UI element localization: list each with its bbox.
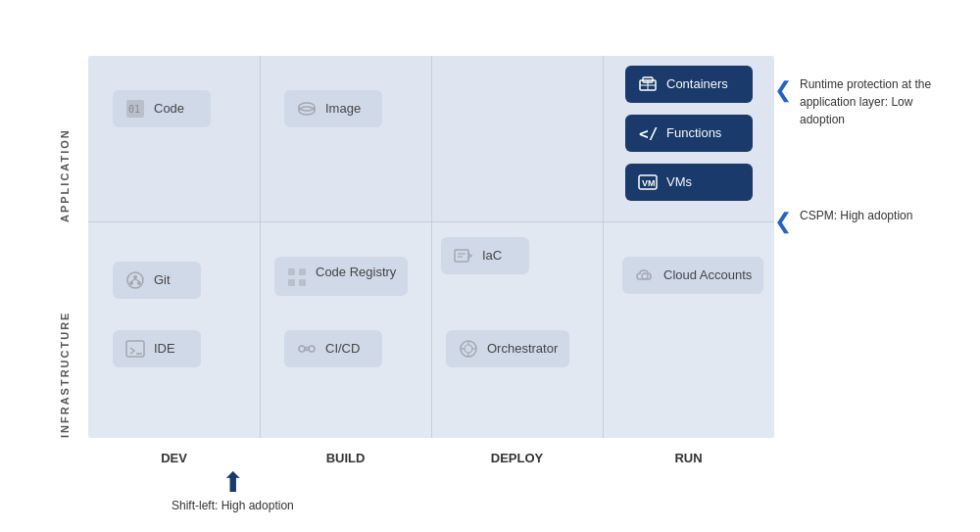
- col-header-deploy: DEPLOY: [431, 443, 603, 458]
- svg-rect-23: [299, 268, 306, 275]
- svg-point-17: [133, 275, 137, 279]
- svg-point-19: [137, 281, 141, 285]
- annotation-shift-left-text: Shift-left: High adoption: [172, 499, 294, 512]
- git-icon: [124, 269, 146, 291]
- svg-point-18: [129, 281, 133, 285]
- vms-card: VM VMs: [625, 164, 753, 201]
- main-container: APPLICATION INFRASTRUCTURE 01 Code: [20, 17, 960, 516]
- cloud-accounts-card: Cloud Accounts: [622, 257, 763, 294]
- cicd-icon: [296, 338, 318, 360]
- svg-text:VM: VM: [642, 178, 656, 188]
- orchestrator-label: Orchestrator: [487, 341, 558, 356]
- code-card: 01 Code: [113, 90, 211, 127]
- col-divider-2: [431, 56, 432, 438]
- cicd-label: CI/CD: [325, 341, 360, 356]
- ide-label: IDE: [154, 341, 175, 356]
- svg-rect-13: [455, 250, 468, 262]
- annotation-shift-left: ⬆ Shift-left: High adoption: [172, 469, 294, 512]
- ide-icon: [124, 338, 146, 360]
- code-registry-icon: [286, 266, 308, 288]
- code-label: Code: [154, 101, 184, 116]
- svg-rect-25: [299, 279, 306, 286]
- col-divider-1: [260, 56, 261, 438]
- functions-label: Functions: [666, 125, 721, 140]
- code-registry-card: Code Registry: [274, 257, 408, 296]
- code-registry-label: Code Registry: [316, 265, 396, 279]
- row-label-infrastructure: INFRASTRUCTURE: [59, 242, 71, 438]
- image-icon: [296, 98, 318, 120]
- orchestrator-icon: [458, 338, 479, 360]
- arrow-left-icon-1: ❮: [774, 77, 792, 103]
- col-header-build: BUILD: [260, 443, 431, 458]
- grid-area: APPLICATION INFRASTRUCTURE 01 Code: [59, 36, 784, 458]
- svg-text:01: 01: [128, 104, 140, 115]
- svg-point-26: [642, 273, 648, 279]
- git-card: Git: [113, 262, 201, 299]
- col-header-run: RUN: [603, 443, 774, 458]
- annotation-cspm-text: CSPM: High adoption: [800, 207, 912, 224]
- annotation-cspm: ❮ CSPM: High adoption: [774, 207, 960, 234]
- iac-card: IaC: [441, 237, 529, 274]
- column-headers: DEV BUILD DEPLOY RUN: [88, 443, 774, 458]
- cloud-accounts-icon: [634, 265, 656, 286]
- svg-rect-22: [288, 268, 295, 275]
- svg-point-29: [299, 346, 305, 352]
- svg-line-21: [135, 279, 139, 281]
- image-card: Image: [284, 90, 382, 127]
- svg-line-20: [131, 279, 135, 281]
- up-arrow-icon: ⬆: [221, 469, 244, 497]
- containers-card: Containers: [625, 66, 753, 103]
- functions-icon: </>: [637, 122, 659, 144]
- ide-card: IDE: [113, 330, 201, 367]
- svg-text:</>: </>: [639, 124, 659, 143]
- containers-label: Containers: [666, 76, 728, 91]
- svg-point-16: [127, 272, 143, 288]
- git-label: Git: [154, 272, 171, 287]
- code-icon: 01: [124, 98, 146, 120]
- functions-card: </> Functions: [625, 115, 753, 152]
- orchestrator-card: Orchestrator: [446, 330, 569, 367]
- vms-icon: VM: [637, 171, 659, 193]
- svg-rect-24: [288, 279, 295, 286]
- arrow-left-icon-2: ❮: [774, 209, 792, 234]
- iac-label: IaC: [482, 248, 502, 263]
- svg-point-30: [309, 346, 315, 352]
- containers-icon: [637, 73, 659, 95]
- cicd-card: CI/CD: [284, 330, 382, 367]
- annotation-runtime: ❮ Runtime protection at the application …: [774, 75, 960, 128]
- annotation-runtime-text: Runtime protection at the application la…: [800, 75, 960, 128]
- iac-icon: [453, 245, 474, 266]
- vms-label: VMs: [666, 174, 692, 189]
- svg-point-32: [465, 345, 472, 353]
- col-divider-3: [603, 56, 604, 438]
- row-label-application: APPLICATION: [59, 66, 71, 222]
- image-label: Image: [325, 101, 361, 116]
- cloud-accounts-label: Cloud Accounts: [663, 267, 752, 282]
- col-header-dev: DEV: [88, 443, 260, 458]
- annotations-right: ❮ Runtime protection at the application …: [774, 75, 960, 264]
